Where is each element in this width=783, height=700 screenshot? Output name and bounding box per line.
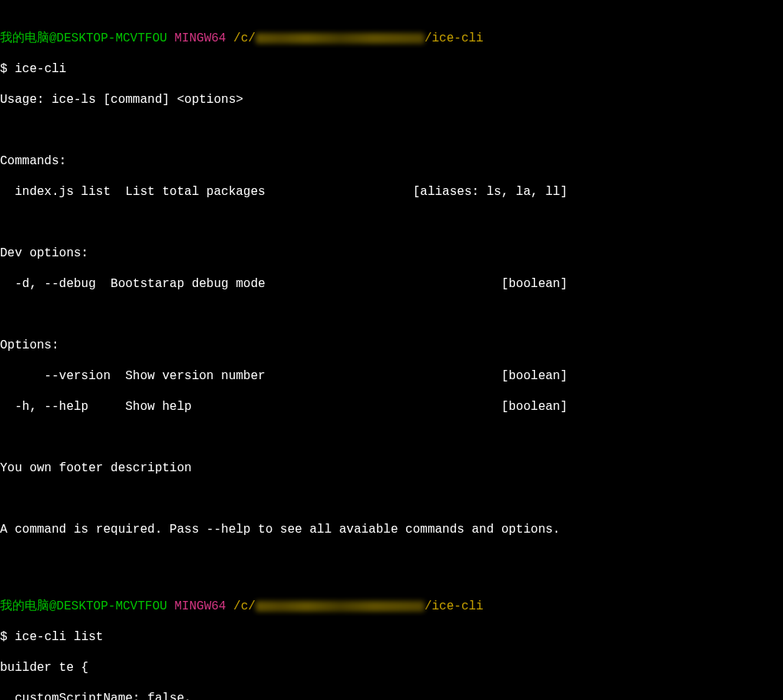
user-host: 我的电脑@DESKTOP-MCVTFOU	[0, 599, 167, 613]
option-rhs: [boolean]	[501, 369, 567, 383]
option-entry: --version Show version number [boolean]	[0, 368, 783, 384]
shell-name: MINGW64	[174, 599, 226, 613]
commands-header: Commands:	[0, 154, 783, 169]
output-line: customScriptName: false,	[0, 691, 783, 700]
usage-line: Usage: ice-ls [command] <options>	[0, 92, 783, 107]
dev-option-rhs: [boolean]	[501, 277, 567, 291]
prompt-line: 我的电脑@DESKTOP-MCVTFOU MINGW64 /c//ice-cli	[0, 31, 783, 46]
command-entry-lhs: index.js list List total packages	[0, 185, 266, 199]
shell-name: MINGW64	[174, 31, 226, 45]
blank-line	[0, 123, 783, 138]
command-line: $ ice-cli	[0, 61, 783, 77]
terminal[interactable]: 我的电脑@DESKTOP-MCVTFOU MINGW64 /c//ice-cli…	[0, 0, 783, 700]
dev-options-header: Dev options:	[0, 246, 783, 261]
blank-line	[0, 553, 783, 568]
option-lhs: -h, --help Show help	[0, 400, 192, 414]
blank-line	[0, 491, 783, 507]
user-host: 我的电脑@DESKTOP-MCVTFOU	[0, 31, 167, 45]
dev-option-lhs: -d, --debug Bootstarap debug mode	[0, 277, 266, 291]
redacted-path	[256, 601, 425, 612]
options-header: Options:	[0, 338, 783, 353]
option-entry: -h, --help Show help [boolean]	[0, 399, 783, 414]
prompt-line: 我的电脑@DESKTOP-MCVTFOU MINGW64 /c//ice-cli	[0, 599, 783, 614]
command-entry: index.js list List total packages [alias…	[0, 184, 783, 200]
error-text: A command is required. Pass --help to se…	[0, 522, 783, 537]
typed-command: ice-cli	[15, 62, 66, 76]
command-line: $ ice-cli list	[0, 629, 783, 645]
output-line: builder te {	[0, 660, 783, 675]
option-lhs: --version Show version number	[0, 369, 266, 383]
blank-line	[0, 215, 783, 230]
prompt-sigil: $	[0, 62, 8, 76]
pad	[192, 400, 501, 414]
option-rhs: [boolean]	[501, 400, 567, 414]
typed-command: ice-cli list	[15, 630, 103, 644]
pad	[266, 277, 501, 291]
redacted-path	[256, 33, 425, 44]
command-entry-rhs: [aliases: ls, la, ll]	[413, 185, 568, 199]
path-suffix: /ice-cli	[425, 31, 484, 45]
dev-option-entry: -d, --debug Bootstarap debug mode [boole…	[0, 276, 783, 292]
footer-text: You own footer description	[0, 461, 783, 476]
pad	[266, 185, 413, 199]
blank-line	[0, 430, 783, 445]
pad	[266, 369, 501, 383]
blank-line	[0, 307, 783, 322]
path-suffix: /ice-cli	[425, 599, 484, 613]
prompt-sigil: $	[0, 630, 8, 644]
path-prefix: /c/	[233, 599, 256, 613]
path-prefix: /c/	[233, 31, 256, 45]
